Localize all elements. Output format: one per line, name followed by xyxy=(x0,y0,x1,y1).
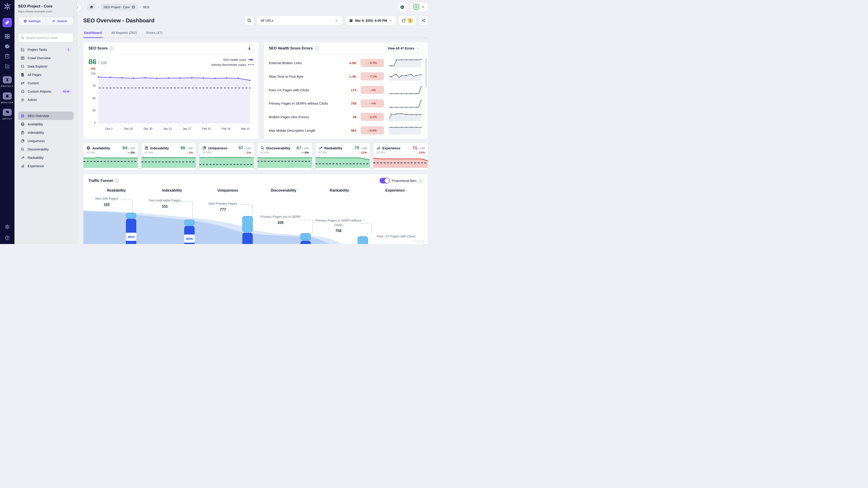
funnel-lost-bar[interactable] xyxy=(301,233,311,240)
view-all-errors-button[interactable]: View All 47 Errors → xyxy=(384,44,423,53)
sidebar-item-admin[interactable]: Admin xyxy=(18,96,73,104)
score-card-indexability[interactable]: Indexability98 / 100SCORE↓ 1% xyxy=(141,143,196,170)
search-button[interactable] xyxy=(245,16,254,25)
info-icon[interactable]: i xyxy=(315,46,319,51)
settings-gear-button[interactable] xyxy=(397,2,407,12)
date-picker[interactable]: Mar 9, 2025, 6:00 PM xyxy=(345,15,396,26)
sliders-icon xyxy=(20,81,25,86)
error-count: 758 xyxy=(343,101,356,105)
info-icon[interactable]: i xyxy=(419,179,423,183)
settings-button[interactable]: Settings xyxy=(18,17,46,25)
tab-errors[interactable]: Errors (47) xyxy=(145,28,163,37)
monitor-app[interactable]: MONITOR xyxy=(1,92,13,104)
error-name: Primary Pages in SERPs without Clicks xyxy=(269,101,339,105)
breadcrumb-project[interactable]: SEO Project - Core xyxy=(101,4,138,10)
funnel-remaining-bar[interactable] xyxy=(242,233,253,244)
score-card-availability[interactable]: Availability94 / 100SCORE0% xyxy=(83,143,138,170)
clipboard-check-icon[interactable] xyxy=(4,53,10,59)
breadcrumb: › SEO Project - Core › SEO xyxy=(87,4,149,10)
refresh-button[interactable]: 1 xyxy=(399,15,416,26)
score-label: SCORE xyxy=(145,151,154,154)
error-row[interactable]: Max Mobile Description Length483↑ 0.4% xyxy=(269,125,422,135)
sparkle-icon[interactable] xyxy=(4,224,10,230)
tab-dashboard[interactable]: Dashboard xyxy=(83,28,103,37)
sidebar-item-data-explorer[interactable]: Data Explorer xyxy=(18,62,73,70)
score-card-discoverability[interactable]: Discoverability87 / 100SCORE0% xyxy=(257,143,312,170)
card-title: Uniqueness xyxy=(208,146,227,150)
error-row[interactable]: Poor UX Pages with Clicks174↑ ∞% xyxy=(269,85,422,95)
protect-icon xyxy=(3,76,12,84)
sidebar-item-discoverability[interactable]: Discoverability xyxy=(18,145,73,153)
seo-score-value: 86 / 100 xyxy=(88,58,107,66)
error-row[interactable]: Primary Pages in SERPs without Clicks758… xyxy=(269,98,422,109)
info-icon[interactable]: i xyxy=(115,179,119,183)
seo-score-panel: SEO Score i 86 / 100 ↓ 4% xyxy=(83,42,259,139)
protect-app[interactable]: PROTECT xyxy=(1,76,13,88)
card-delta: ↓ 1% xyxy=(186,151,193,154)
user-menu[interactable] xyxy=(410,2,428,12)
sidebar-item-uniqueness[interactable]: Uniqueness xyxy=(18,137,73,145)
card-score: 87 / 100 xyxy=(296,145,309,151)
error-sparkline xyxy=(388,111,422,122)
proportional-bars-toggle[interactable] xyxy=(379,178,390,184)
funnel-lost-bar[interactable] xyxy=(242,216,253,232)
scrollbar[interactable] xyxy=(425,58,427,88)
url-filter-select[interactable]: All URLs xyxy=(257,15,343,26)
error-delta-badge: ↑ ∞% xyxy=(361,99,384,107)
sidebar-item-availability[interactable]: Availability xyxy=(18,120,73,128)
seo-score-delta: ↓ 4% xyxy=(88,67,107,70)
sidebar-item-experience[interactable]: Experience xyxy=(18,162,73,170)
score-card-rankability[interactable]: Rankability79 / 100SCORE↓ 13% xyxy=(315,143,370,170)
score-label: SCORE xyxy=(260,151,270,154)
sidebar-item-custom-reports[interactable]: Custom ReportsNEW xyxy=(18,87,73,96)
funnel-lost-bar[interactable] xyxy=(126,213,136,218)
card-trend-chart xyxy=(373,156,428,168)
sidebar-search[interactable] xyxy=(18,33,73,42)
sidebar-search-input[interactable] xyxy=(26,36,70,39)
sidebar-item-custom[interactable]: Custom xyxy=(18,79,73,87)
error-row[interactable]: Slow Time to First Byte1.3K↑ 7.1% xyxy=(269,71,422,82)
pie-icon xyxy=(202,146,206,150)
main-content: ‹ › SEO Project - Core › SEO xyxy=(77,0,434,244)
trend-icon xyxy=(318,146,322,150)
download-button[interactable] xyxy=(245,44,254,53)
trend-icon xyxy=(20,156,25,160)
error-sparkline xyxy=(388,125,422,135)
sidebar-item-all-pages[interactable]: All Pages xyxy=(18,70,73,79)
switch-button[interactable]: Switch xyxy=(46,17,73,25)
share-button[interactable] xyxy=(418,16,428,25)
line-legend-marker xyxy=(248,59,254,60)
task-check-icon[interactable] xyxy=(4,63,10,69)
error-row[interactable]: Broken Pages (4xx Errors)49↑ 2.1% xyxy=(269,111,422,122)
error-name: External Broken Links xyxy=(269,61,339,65)
sidebar-item-rankability[interactable]: Rankability xyxy=(18,153,73,162)
card-delta: ↓ 13% xyxy=(359,151,367,154)
info-icon[interactable]: i xyxy=(110,46,114,51)
dashboard-grid-icon[interactable] xyxy=(4,33,10,39)
analyze-app-icon[interactable] xyxy=(2,18,12,27)
gauge-icon[interactable] xyxy=(4,43,10,49)
monitor-icon xyxy=(3,92,12,100)
new-badge: NEW xyxy=(61,89,71,94)
help-icon[interactable] xyxy=(5,235,10,240)
titlebar: SEO Overview - Dashboard All URLs Mar 9,… xyxy=(83,14,428,27)
tab-all[interactable]: All Reports (292) xyxy=(110,28,138,37)
score-card-uniqueness[interactable]: Uniqueness97 / 100SCORE↓ 1% xyxy=(199,143,254,170)
error-row[interactable]: External Broken Links4.9K↑ 0.7% xyxy=(269,58,422,68)
svg-text:Dec 16: Dec 16 xyxy=(124,127,133,130)
sidebar-item-crawl-overview[interactable]: Crawl Overview xyxy=(18,54,73,62)
impact-app[interactable]: IMPACT xyxy=(2,109,12,120)
sidebar-item-seo-overview[interactable]: SEO Overview xyxy=(18,111,73,120)
funnel-remaining-bar[interactable] xyxy=(301,241,311,244)
funnel-lost-bar[interactable] xyxy=(358,236,368,244)
error-delta-badge: ↑ ∞% xyxy=(361,86,384,94)
funnel-lost-bar[interactable] xyxy=(184,220,195,225)
breadcrumb-home[interactable] xyxy=(87,4,96,10)
sidebar-item-indexability[interactable]: Indexability xyxy=(18,128,73,137)
error-name: Broken Pages (4xx Errors) xyxy=(269,115,339,119)
sidebar-collapse-button[interactable]: ‹ xyxy=(77,4,81,11)
svg-text:Jan 13: Jan 13 xyxy=(163,127,172,130)
score-card-experience[interactable]: Experience71 / 100SCORE↓ 15% xyxy=(373,143,428,170)
sidebar-item-project-tasks[interactable]: Project Tasks1 xyxy=(18,45,73,54)
funnel-stage-label: Non-200 Pages102 xyxy=(83,197,133,207)
